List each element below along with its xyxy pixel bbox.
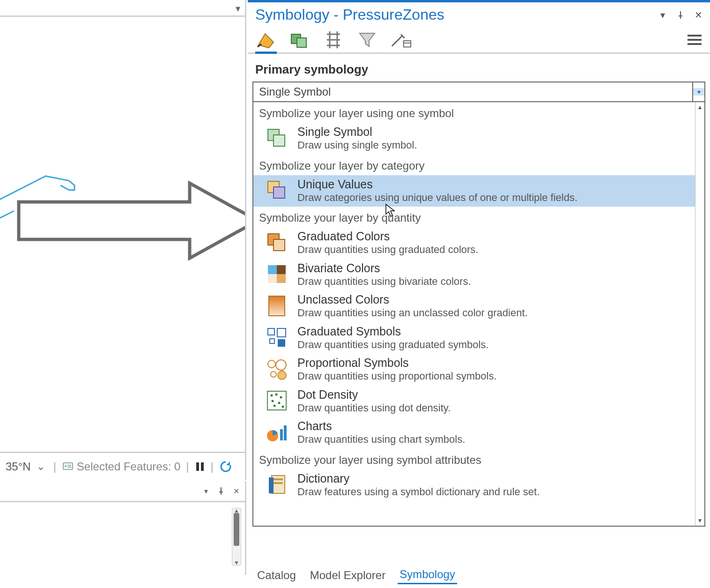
svg-rect-22 bbox=[277, 274, 286, 283]
symbology-option-unclassed-colors[interactable]: Unclassed ColorsDraw quantities using an… bbox=[253, 290, 695, 322]
primary-symbology-dropdown-value: Single Symbol bbox=[253, 82, 693, 101]
selected-features-label: Selected Features: 0 bbox=[77, 460, 180, 473]
svg-point-36 bbox=[272, 400, 274, 402]
svg-rect-44 bbox=[269, 477, 274, 493]
pane-titlebar: Symbology - PressureZones ▾ ✕ bbox=[248, 2, 710, 25]
pause-icon bbox=[195, 461, 205, 472]
symbology-option-single-symbol[interactable]: Single SymbolDraw using single symbol. bbox=[253, 123, 695, 155]
option-description: Draw quantities using graduated colors. bbox=[297, 243, 478, 256]
svg-rect-46 bbox=[274, 482, 283, 484]
svg-rect-11 bbox=[688, 39, 702, 41]
svg-point-39 bbox=[282, 406, 284, 408]
dropdown-toggle-icon[interactable]: ▾ bbox=[693, 88, 704, 96]
svg-rect-16 bbox=[274, 187, 285, 198]
symbology-option-dictionary[interactable]: DictionaryDraw features using a symbol d… bbox=[253, 469, 695, 501]
pane-footer-tabs: Catalog Model Explorer Symbology bbox=[255, 566, 457, 584]
charts-icon bbox=[265, 420, 289, 445]
option-title: Unclassed Colors bbox=[297, 292, 528, 306]
svg-point-31 bbox=[278, 371, 286, 380]
svg-rect-12 bbox=[688, 43, 702, 45]
coordinate-text: 35°N bbox=[6, 460, 31, 473]
svg-rect-27 bbox=[278, 340, 285, 346]
svg-rect-24 bbox=[268, 328, 274, 335]
option-title: Unique Values bbox=[297, 177, 577, 191]
symbology-group-header: Symbolize your layer by quantity bbox=[253, 207, 695, 227]
tab-symbology[interactable]: Symbology bbox=[398, 566, 457, 584]
map-canvas[interactable] bbox=[0, 17, 245, 452]
tab-vary-by-attribute[interactable] bbox=[289, 31, 311, 52]
svg-rect-2 bbox=[67, 465, 71, 466]
bivariate-colors-icon bbox=[265, 262, 289, 286]
option-description: Draw quantities using graduated symbols. bbox=[297, 338, 488, 351]
symbology-type-list: Symbolize your layer using one symbolSin… bbox=[253, 102, 695, 526]
panel-menu-icon[interactable]: ▾ bbox=[201, 486, 211, 496]
selection-icon bbox=[62, 461, 74, 473]
option-description: Draw features using a symbol dictionary … bbox=[297, 485, 540, 499]
tab-primary-symbology[interactable] bbox=[255, 32, 277, 54]
pane-autohide-pin-icon[interactable] bbox=[675, 10, 686, 20]
svg-rect-26 bbox=[270, 339, 274, 343]
symbology-option-graduated-symbols[interactable]: Graduated SymbolsDraw quantities using g… bbox=[253, 322, 695, 354]
map-pane: ▾ 35°N ⌄ | Selected Features: 0 | bbox=[0, 0, 246, 480]
tab-display-filters[interactable] bbox=[356, 31, 378, 52]
option-title: Charts bbox=[297, 419, 465, 433]
refresh-button[interactable] bbox=[216, 460, 235, 473]
tab-catalog[interactable]: Catalog bbox=[255, 567, 298, 584]
symbology-option-bivariate-colors[interactable]: Bivariate ColorsDraw quantities using bi… bbox=[253, 259, 695, 291]
selected-features[interactable]: Selected Features: 0 bbox=[59, 460, 183, 473]
option-description: Draw quantities using chart symbols. bbox=[297, 433, 465, 446]
svg-point-1 bbox=[65, 465, 67, 467]
option-description: Draw quantities using proportional symbo… bbox=[297, 370, 497, 383]
dictionary-icon bbox=[265, 472, 289, 497]
symbology-option-graduated-colors[interactable]: Graduated ColorsDraw quantities using gr… bbox=[253, 227, 695, 259]
svg-rect-21 bbox=[268, 274, 277, 283]
pane-menu-icon[interactable]: ▾ bbox=[658, 10, 668, 20]
option-description: Draw quantities using dot density. bbox=[297, 402, 451, 415]
symbology-option-dot-density[interactable]: Dot DensityDraw quantities using dot den… bbox=[253, 386, 695, 417]
svg-rect-5 bbox=[201, 462, 204, 471]
primary-symbology-heading: Primary symbology bbox=[248, 54, 710, 82]
svg-point-35 bbox=[280, 396, 282, 399]
symbology-option-proportional-symbols[interactable]: Proportional SymbolsDraw quantities usin… bbox=[253, 354, 695, 386]
pane-hamburger-menu-icon[interactable] bbox=[688, 34, 702, 48]
coordinate-dropdown-icon[interactable]: ⌄ bbox=[34, 461, 48, 473]
svg-rect-10 bbox=[688, 35, 702, 37]
dot-density-icon bbox=[265, 388, 289, 413]
svg-rect-7 bbox=[297, 38, 306, 47]
primary-symbology-dropdown[interactable]: Single Symbol ▾ bbox=[252, 82, 705, 102]
option-title: Single Symbol bbox=[297, 125, 417, 139]
symbology-group-header: Symbolize your layer using symbol attrib… bbox=[253, 449, 695, 469]
svg-rect-23 bbox=[269, 296, 285, 316]
tab-advanced-options[interactable] bbox=[390, 31, 412, 52]
svg-rect-41 bbox=[280, 429, 283, 440]
option-description: Draw using single symbol. bbox=[297, 139, 417, 152]
autohide-pin-icon[interactable] bbox=[216, 486, 226, 496]
graduated-symbols-icon bbox=[265, 325, 289, 350]
list-scrollbar[interactable]: ▲ ▼ bbox=[695, 102, 704, 526]
svg-point-33 bbox=[271, 394, 273, 397]
symbology-option-charts[interactable]: ChartsDraw quantities using chart symbol… bbox=[253, 417, 695, 449]
scrollbar[interactable]: ▲ ▼ bbox=[232, 508, 241, 566]
svg-rect-18 bbox=[274, 239, 285, 251]
graduated-colors-icon bbox=[265, 231, 289, 255]
coordinate-readout: 35°N ⌄ bbox=[3, 460, 51, 473]
pane-title: Symbology - PressureZones bbox=[255, 6, 444, 23]
pane-close-icon[interactable]: ✕ bbox=[693, 10, 703, 20]
pause-drawing-button[interactable] bbox=[192, 461, 208, 472]
close-icon[interactable]: ✕ bbox=[231, 486, 241, 496]
option-description: Draw categories using unique values of o… bbox=[297, 191, 577, 204]
map-status-bar: 35°N ⌄ | Selected Features: 0 | | bbox=[0, 452, 245, 480]
tab-model-explorer[interactable]: Model Explorer bbox=[308, 567, 387, 584]
option-description: Draw quantities using an unclassed color… bbox=[297, 306, 528, 320]
symbology-option-unique-values[interactable]: Unique ValuesDraw categories using uniqu… bbox=[253, 175, 695, 207]
single-symbol-icon bbox=[265, 126, 289, 150]
svg-rect-3 bbox=[67, 467, 71, 468]
tab-symbol-layer-drawing[interactable] bbox=[323, 31, 344, 52]
svg-rect-4 bbox=[196, 462, 199, 471]
svg-point-37 bbox=[278, 402, 281, 404]
map-header-dropdown-icon[interactable]: ▾ bbox=[236, 3, 240, 14]
unique-values-icon bbox=[265, 178, 289, 202]
option-description: Draw quantities using bivariate colors. bbox=[297, 275, 471, 288]
svg-point-38 bbox=[274, 405, 276, 407]
map-pane-header: ▾ bbox=[0, 0, 245, 17]
